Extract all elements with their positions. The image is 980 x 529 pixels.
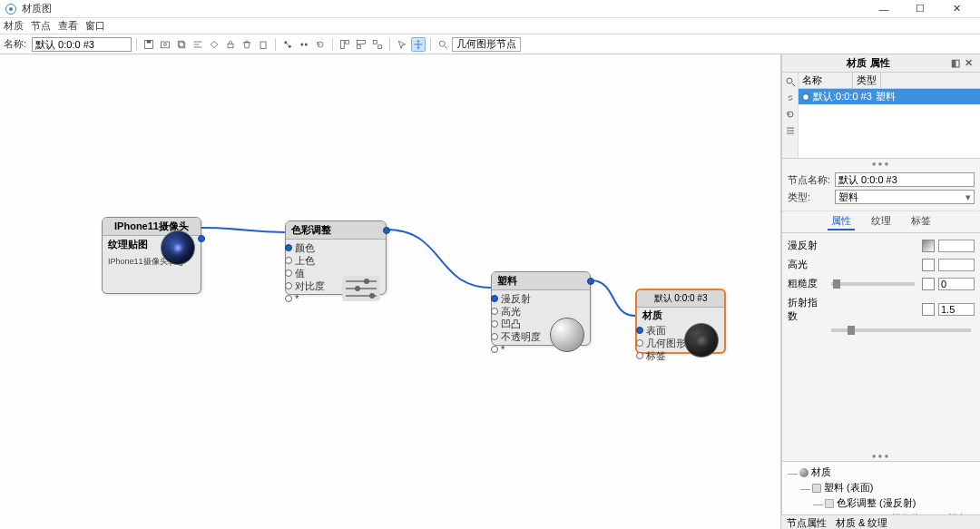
tree-material-icon bbox=[799, 468, 808, 477]
roughness-swatch-icon[interactable] bbox=[922, 278, 935, 290]
port-in[interactable] bbox=[285, 244, 292, 251]
menu-view[interactable]: 查看 bbox=[58, 19, 78, 33]
port-in[interactable] bbox=[491, 333, 498, 340]
tree-coloradj[interactable]: 色彩调整 (漫反射) bbox=[837, 496, 916, 510]
tab-labels[interactable]: 标签 bbox=[907, 213, 935, 230]
search-icon[interactable] bbox=[785, 76, 796, 87]
tree-toggle[interactable]: — bbox=[813, 498, 822, 509]
tool-group-icon[interactable] bbox=[280, 37, 295, 52]
tree-toggle[interactable]: — bbox=[788, 467, 797, 478]
mat-list-header: 名称 类型 bbox=[799, 73, 980, 89]
menu-window[interactable]: 窗口 bbox=[85, 19, 105, 33]
node-canvas[interactable]: IPhone11摄像头 纹理贴图 IPhone11摄像头.png 色彩调整 颜色… bbox=[0, 54, 781, 529]
minimize-button[interactable]: — bbox=[866, 0, 902, 18]
node-texture[interactable]: IPhone11摄像头 纹理贴图 IPhone11摄像头.png bbox=[102, 217, 201, 294]
sliders-thumbnail bbox=[342, 276, 380, 301]
node-name-label: 节点名称: bbox=[788, 173, 831, 187]
tree-material[interactable]: 材质 bbox=[811, 465, 831, 479]
port-in[interactable] bbox=[491, 308, 498, 315]
port-in[interactable] bbox=[285, 269, 292, 277]
port-in[interactable] bbox=[285, 282, 292, 289]
ior-value[interactable]: 1.5 bbox=[938, 303, 975, 316]
port-out[interactable] bbox=[587, 278, 594, 285]
svg-rect-12 bbox=[341, 40, 345, 48]
tool-refresh-icon[interactable] bbox=[313, 37, 328, 52]
tool-align-icon[interactable] bbox=[191, 37, 205, 52]
maximize-button[interactable]: ☐ bbox=[902, 0, 938, 18]
refresh-icon[interactable] bbox=[785, 109, 796, 120]
col-type[interactable]: 类型 bbox=[853, 73, 881, 88]
svg-point-19 bbox=[787, 78, 792, 83]
type-dropdown[interactable]: 塑料 bbox=[835, 190, 975, 204]
row-surface: 表面 bbox=[646, 324, 666, 338]
port-out[interactable] bbox=[198, 235, 205, 242]
separator-dots[interactable]: ●●● bbox=[782, 159, 980, 169]
node-material[interactable]: 默认 0:0:0 #3 材质 表面 几何图形 标签 bbox=[635, 289, 726, 354]
tool-save-icon[interactable] bbox=[142, 37, 156, 52]
port-in[interactable] bbox=[491, 320, 498, 328]
tool-arrow-icon[interactable] bbox=[395, 37, 409, 52]
tool-dup-icon[interactable] bbox=[174, 37, 189, 52]
mat-list-row[interactable]: 默认:0:0:0 #3 塑料 bbox=[799, 89, 980, 104]
app-icon bbox=[5, 4, 16, 15]
tree-plastic[interactable]: 塑料 (表面) bbox=[824, 481, 873, 495]
separator-dots-2[interactable]: ●●● bbox=[782, 451, 980, 461]
svg-point-3 bbox=[164, 43, 167, 45]
menu-material[interactable]: 材质 bbox=[4, 19, 24, 33]
diffuse-swatch-icon[interactable] bbox=[922, 240, 935, 252]
port-in[interactable] bbox=[491, 295, 498, 302]
tool-move-icon[interactable] bbox=[411, 37, 426, 52]
port-out[interactable] bbox=[383, 227, 390, 234]
port-in[interactable] bbox=[491, 346, 498, 353]
tool-grid-icon[interactable] bbox=[207, 37, 221, 52]
tool-layout3-icon[interactable] bbox=[370, 37, 385, 52]
tool-zoom-icon[interactable] bbox=[436, 37, 450, 52]
tree-toggle[interactable]: — bbox=[800, 483, 809, 494]
tool-screenshot-icon[interactable] bbox=[158, 37, 172, 52]
roughness-value[interactable]: 0 bbox=[938, 278, 975, 290]
row-more: * bbox=[501, 344, 505, 355]
svg-rect-2 bbox=[162, 42, 170, 48]
roughness-slider[interactable] bbox=[831, 282, 915, 286]
tool-lock-icon[interactable] bbox=[223, 37, 238, 52]
specular-value[interactable] bbox=[938, 259, 975, 271]
tool-ungroup-icon[interactable] bbox=[297, 37, 311, 52]
ior-slider[interactable] bbox=[831, 328, 971, 332]
port-in[interactable] bbox=[285, 257, 292, 264]
property-tabs: 属性 纹理 标签 bbox=[782, 211, 980, 233]
port-in[interactable] bbox=[636, 352, 643, 359]
node-color-adjust[interactable]: 色彩调整 颜色 上色 值 对比度 * bbox=[285, 220, 387, 295]
window-title: 材质图 bbox=[22, 2, 52, 15]
node-plastic[interactable]: 塑料 漫反射 高光 凹凸 不透明度 * bbox=[491, 271, 591, 346]
tool-layout1-icon[interactable] bbox=[338, 37, 352, 52]
port-in[interactable] bbox=[285, 295, 292, 302]
tab-textures[interactable]: 纹理 bbox=[867, 213, 895, 230]
tool-trash-icon[interactable] bbox=[240, 37, 254, 52]
panel-close-icon[interactable]: ✕ bbox=[962, 57, 975, 70]
menu-node[interactable]: 节点 bbox=[31, 19, 51, 33]
col-name[interactable]: 名称 bbox=[799, 73, 853, 88]
status-mat-tex[interactable]: 材质 & 纹理 bbox=[836, 516, 887, 528]
name-label: 名称: bbox=[4, 37, 26, 51]
svg-point-10 bbox=[300, 43, 303, 45]
name-input[interactable]: 默认 0:0:0 #3 bbox=[32, 37, 132, 52]
panel-undock-icon[interactable]: ◧ bbox=[949, 57, 962, 70]
row-label: 标签 bbox=[646, 349, 666, 363]
tab-properties[interactable]: 属性 bbox=[828, 213, 855, 230]
svg-rect-16 bbox=[374, 40, 377, 44]
list-icon[interactable] bbox=[785, 125, 796, 136]
diffuse-value[interactable] bbox=[938, 240, 975, 252]
row-color: 颜色 bbox=[295, 241, 315, 255]
tool-layout2-icon[interactable] bbox=[354, 37, 368, 52]
geo-node-field[interactable]: 几何图形节点 bbox=[452, 37, 521, 52]
link-icon[interactable] bbox=[785, 93, 796, 103]
status-node-props[interactable]: 节点属性 bbox=[787, 516, 827, 528]
close-button[interactable]: ✕ bbox=[938, 0, 975, 18]
tool-copy-icon[interactable] bbox=[256, 37, 270, 52]
material-list[interactable]: 名称 类型 默认:0:0:0 #3 塑料 bbox=[799, 73, 980, 158]
ior-swatch-icon[interactable] bbox=[922, 303, 935, 316]
port-in[interactable] bbox=[636, 339, 643, 347]
node-name-input[interactable]: 默认 0:0:0 #3 bbox=[835, 172, 975, 187]
port-in[interactable] bbox=[636, 327, 643, 334]
specular-swatch-icon[interactable] bbox=[922, 259, 935, 271]
